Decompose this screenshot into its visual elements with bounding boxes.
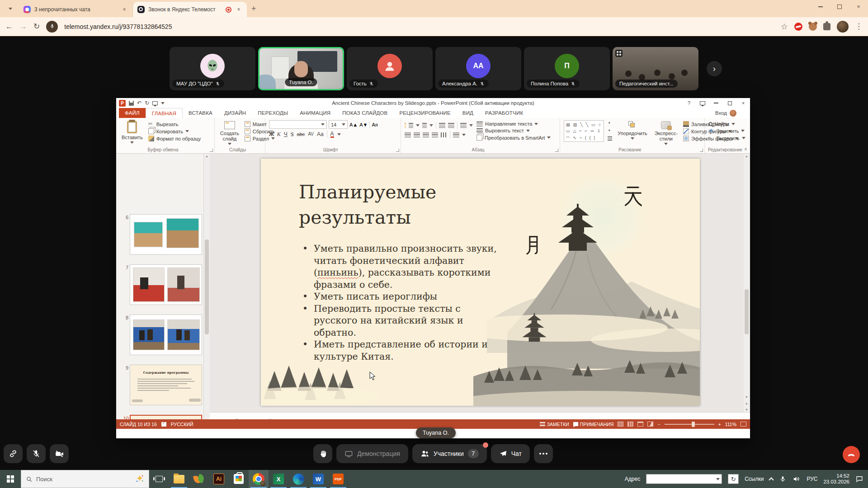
browser-tab-telemost[interactable]: Звонок в Яндекс Телемост × — [133, 2, 247, 17]
qat-customize-icon[interactable] — [161, 102, 165, 104]
justify-button[interactable] — [432, 132, 438, 137]
tab-close-ic[interactable]: × — [121, 6, 128, 13]
address-bar[interactable]: telemost.yandex.ru/j/93778132864525 — [64, 23, 774, 30]
close-button[interactable]: × — [849, 0, 868, 14]
restore-button[interactable] — [723, 98, 736, 108]
align-center-button[interactable] — [414, 132, 420, 137]
tab-view[interactable]: ВИД — [457, 108, 479, 118]
dialog-launcher-icon[interactable] — [210, 149, 213, 152]
tab-transitions[interactable]: ПЕРЕХОДЫ — [252, 108, 294, 118]
format-painter-button[interactable]: Формат по образцу — [148, 136, 201, 141]
thumbnail-scrollbar[interactable]: ▲ — [204, 154, 210, 429]
strikethrough-button[interactable]: abc — [297, 131, 305, 137]
file-explorer-button[interactable] — [169, 470, 189, 488]
tab-home[interactable]: ГЛАВНАЯ — [146, 108, 183, 118]
ms-store-button[interactable] — [229, 470, 249, 488]
tray-mic-icon[interactable] — [779, 475, 787, 483]
zoom-slider[interactable] — [665, 424, 714, 425]
tab-close-ic[interactable]: × — [235, 6, 242, 13]
zoom-level[interactable]: 111% — [725, 422, 736, 427]
pdf-app-button[interactable]: PDF — [328, 470, 348, 488]
dialog-launcher-icon[interactable] — [700, 149, 703, 152]
slide-thumbnail-6[interactable]: 6 — [130, 214, 202, 255]
zoom-out-button[interactable]: − — [657, 422, 660, 427]
tab-animations[interactable]: АНИМАЦИЯ — [294, 108, 336, 118]
slide-thumbnail-8[interactable]: 8 — [130, 314, 202, 355]
task-view-button[interactable] — [149, 470, 169, 488]
text-direction-button[interactable]: Направление текста — [476, 121, 551, 127]
scrollbar-thumb[interactable] — [745, 289, 749, 334]
slide-thumbnail-7[interactable]: 7 — [130, 264, 202, 305]
tab-search-button[interactable] — [4, 2, 17, 15]
dialog-launcher-icon[interactable] — [555, 149, 558, 152]
zoom-slider-thumb[interactable] — [692, 422, 695, 427]
slide-scrollbar[interactable]: ▲ ▼ ▲ ▼ — [744, 154, 750, 412]
word-button[interactable]: W — [308, 470, 328, 488]
language-indicator[interactable]: РУССКИЙ — [171, 422, 193, 427]
illustrator-button[interactable]: Ai — [209, 470, 229, 488]
clear-formatting-button[interactable]: Ая — [372, 122, 377, 128]
select-button[interactable]: ▷Выделить — [708, 135, 745, 141]
save-icon[interactable] — [129, 101, 134, 106]
action-center-icon[interactable] — [855, 475, 863, 483]
smartart-button[interactable]: Преобразовать в SmartArt — [476, 135, 551, 141]
current-slide[interactable]: Планируемые результаты • Уметь правильно… — [261, 159, 700, 406]
start-button[interactable] — [0, 470, 21, 488]
decrease-indent-button[interactable] — [439, 123, 445, 128]
bookmark-star-icon[interactable]: ☆ — [781, 22, 788, 32]
tab-insert[interactable]: ВСТАВКА — [183, 108, 218, 118]
browser-tab-messenger[interactable]: 3 непрочитанных чата × — [19, 2, 133, 17]
dialog-launcher-icon[interactable] — [396, 149, 399, 152]
taskbar-search[interactable]: Поиск — [21, 470, 149, 488]
ribbon-display-button[interactable] — [696, 98, 709, 108]
chat-button[interactable]: Чат — [491, 444, 530, 463]
slide-thumbnail-9[interactable]: 9 Содержание программы — [130, 365, 202, 405]
undo-icon[interactable]: ↶ — [137, 100, 142, 106]
reload-button[interactable]: ↻ — [33, 22, 40, 31]
columns-button[interactable] — [441, 132, 447, 137]
bold-button[interactable]: Ж — [269, 131, 274, 137]
adblock-extension-icon[interactable] — [794, 23, 802, 31]
slideshow-icon[interactable] — [152, 101, 158, 105]
participant-tile[interactable]: МАУ ДО "ЦДО" — [170, 47, 255, 90]
browser-menu-icon[interactable]: ⋮ — [855, 22, 863, 31]
shrink-font-button[interactable]: А▼ — [359, 122, 368, 128]
view-slideshow-button[interactable] — [647, 422, 653, 427]
pinned-app-button[interactable] — [189, 470, 209, 488]
microphone-button[interactable] — [27, 444, 46, 463]
view-normal-button[interactable] — [618, 422, 623, 427]
collapse-ribbon-icon[interactable]: ∧ — [744, 146, 747, 151]
grow-font-button[interactable]: А▲ — [349, 122, 358, 128]
share-screen-button[interactable]: Демонстрация — [336, 444, 408, 463]
replace-button[interactable]: abЗаменить — [708, 128, 745, 134]
edge-button[interactable] — [288, 470, 308, 488]
language-indicator[interactable]: РУС — [807, 476, 817, 482]
show-hidden-icons-chevron[interactable] — [769, 477, 774, 482]
next-participants-button[interactable]: › — [707, 61, 722, 76]
fit-to-window-button[interactable] — [741, 422, 746, 427]
line-spacing-button[interactable] — [460, 123, 473, 128]
maximize-button[interactable] — [830, 0, 849, 14]
back-button[interactable]: ← — [5, 22, 13, 31]
notes-toggle[interactable]: ЗАМЕТКИ — [540, 422, 569, 427]
tab-slideshow[interactable]: ПОКАЗ СЛАЙДОВ — [336, 108, 393, 118]
participant-tile[interactable]: Педагогический инст... — [613, 47, 698, 90]
font-color-button[interactable]: А — [330, 131, 334, 138]
copy-button[interactable]: Копировать — [148, 128, 201, 134]
numbering-button[interactable] — [422, 123, 433, 128]
find-button[interactable]: Найти — [708, 121, 745, 127]
forward-button[interactable]: → — [19, 22, 27, 31]
new-slide-button[interactable]: Создать слайд — [218, 120, 241, 146]
arrange-button[interactable]: Упорядочить — [616, 120, 649, 146]
new-tab-button[interactable]: + — [251, 4, 256, 14]
tab-developer[interactable]: РАЗРАБОТЧИК — [479, 108, 529, 118]
help-button[interactable]: ? — [682, 98, 696, 108]
participant-tile[interactable]: АА Александра А. — [435, 47, 521, 90]
tab-design[interactable]: ДИЗАЙН — [218, 108, 252, 118]
align-text-button[interactable]: Выровнять текст — [476, 128, 551, 133]
shapes-gallery[interactable]: ▤ ▥ ╲ ╲ ▭ ○ ▭ △ ⌐ ⌐ ⇨ ⇩ ◠ ∿ ~ ( { } — [564, 120, 604, 142]
comments-toggle[interactable]: ПРИМЕЧАНИЯ — [573, 422, 614, 427]
cut-button[interactable]: ✂Вырезать — [148, 121, 201, 127]
camera-button[interactable] — [50, 444, 69, 463]
bear-extension-icon[interactable] — [809, 23, 817, 31]
